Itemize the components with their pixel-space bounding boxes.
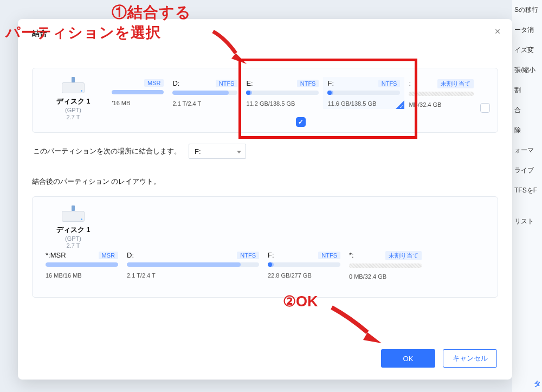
partition-size: 0 MB/32.4 GB [349,273,422,280]
disk-icon [62,205,85,222]
partitions-after-panel: ディスク 1 (GPT) 2.7 T *:MSRMSR16 MB/16 MBD:… [32,196,498,298]
partition-size: 22.8 GB/277 GB [268,272,340,279]
partition-usage-bar [268,262,340,267]
partition-size: 2.1 T/2.4 T [127,272,259,279]
partition-usage-bar [409,92,474,96]
partition-fs-badge: 未割り当て [385,251,422,260]
partition-letter: *: [349,251,354,259]
partition-usage-bar [112,90,164,94]
ok-button[interactable]: OK [381,349,435,368]
partition-letter: F: [268,251,274,259]
partition-size: MB/32.4 GB [409,101,474,108]
partition-fs-badge: MSR [99,252,118,259]
close-button[interactable]: × [493,27,502,36]
partition-letter: D: [172,79,179,87]
partition-letter: E: [246,79,253,87]
disk-size: 2.7 T [41,114,105,120]
partition-fs-badge: MSR [144,79,164,87]
partition-size: 11.2 GB/138.5 GB [246,100,319,107]
background-bottom-label: タ [534,379,541,389]
unallocated-checkbox[interactable] [480,103,490,113]
partition-item[interactable]: F:NTFS22.8 GB/277 GB [263,249,345,281]
partition-usage-bar [46,262,118,267]
partition-fs-badge: NTFS [237,252,259,259]
dialog-button-row: OK キャンセル [381,349,497,368]
partition-item[interactable]: D:NTFS2.1 T/2.4 T [168,77,242,109]
partition-usage-bar [172,91,237,95]
partition-size: 2.1 T/2.4 T [172,100,237,107]
partition-usage-bar [349,264,422,268]
merge-destination-label: このパーティションを次の場所に結合します。 [33,147,181,156]
partition-usage-bar [127,262,259,267]
merge-dialog: 結合 × ディスク 1 (GPT) 2.7 T MSR'16 MBD:NTFS2… [18,19,512,380]
partition-size: 11.6 GB/138.5 GB [327,100,400,107]
partition-item[interactable]: MSR'16 MB [107,77,168,109]
partition-fs-badge: NTFS [318,252,340,259]
partition-size: '16 MB [112,100,164,106]
disk-name: ディスク 1 [41,97,105,106]
partition-fs-badge: 未割り当て [437,79,474,88]
partition-fs-badge: NTFS [297,80,319,87]
cancel-button[interactable]: キャンセル [443,349,497,368]
partition-item[interactable]: F:NTFS11.6 GB/138.5 GB✓ [323,77,404,109]
merge-destination-value: F: [195,147,201,156]
partition-usage-bar [327,91,400,95]
partition-letter: : [409,79,411,87]
merge-destination-select[interactable]: F: [189,144,246,159]
disk-icon [62,77,85,93]
disk-name: ディスク 1 [41,225,105,235]
disk-info: ディスク 1 (GPT) 2.7 T [41,77,105,120]
merge-destination-row: このパーティションを次の場所に結合します。 F: [33,144,498,159]
disk-size: 2.7 T [41,242,105,249]
disk-info-after: ディスク 1 (GPT) 2.7 T [41,205,105,249]
partition-item[interactable]: :未割り当てMB/32.4 GB [404,77,478,109]
partition-fs-badge: NTFS [216,80,238,87]
partition-item[interactable]: E:NTFS11.2 GB/138.5 GB [242,77,323,109]
partition-item[interactable]: *:未割り当て0 MB/32.4 GB [345,249,426,281]
partition-usage-bar [246,91,319,95]
dialog-title: 結合 [32,29,498,38]
after-layout-label: 結合後のパーティション のレイアウト。 [32,177,498,187]
partition-item[interactable]: D:NTFS2.1 T/2.4 T [122,249,263,281]
partition-fs-badge: NTFS [378,80,401,87]
partition-size: 16 MB/16 MB [46,272,118,279]
disk-scheme: (GPT) [41,107,105,113]
disk-scheme: (GPT) [41,235,105,242]
partition-e-checkbox[interactable] [296,117,306,127]
partition-letter: D: [127,251,134,259]
background-sidebar: Sの移行ータ消イズ変 張/縮小割合 除ォーマライブ TFSをFリスト [512,0,542,392]
partition-letter: F: [327,79,334,87]
partition-item[interactable]: *:MSRMSR16 MB/16 MB [41,249,122,281]
partition-letter: *:MSR [46,251,66,259]
partitions-before-panel: ディスク 1 (GPT) 2.7 T MSR'16 MBD:NTFS2.1 T/… [32,68,498,133]
